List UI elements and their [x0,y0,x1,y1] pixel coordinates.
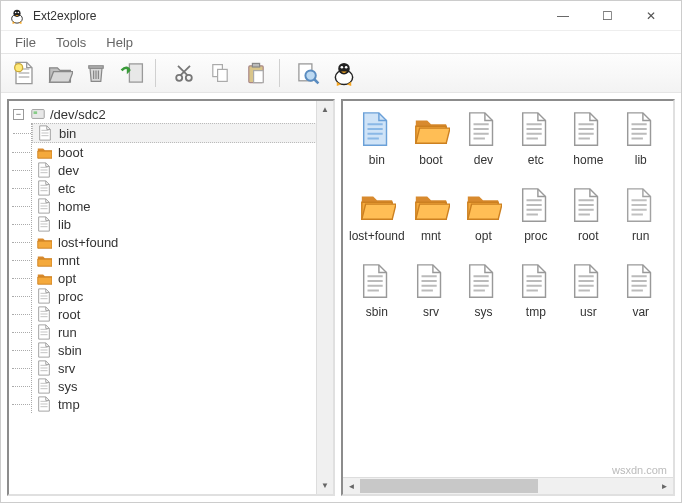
menu-help[interactable]: Help [98,33,141,52]
tree-item[interactable]: lib [32,215,331,233]
about-button[interactable] [327,56,361,90]
svg-rect-8 [129,64,142,82]
tree-vertical-scrollbar[interactable]: ▲ ▼ [316,101,333,494]
icon-grid[interactable]: binbootdevetchomeliblost+foundmntoptproc… [343,101,673,477]
grid-item[interactable]: boot [405,109,457,183]
grid-item[interactable]: usr [562,261,614,335]
file-icon [36,162,52,178]
delete-button[interactable] [79,56,113,90]
tree-item[interactable]: etc [32,179,331,197]
grid-item[interactable]: etc [510,109,562,183]
menu-tools[interactable]: Tools [48,33,94,52]
grid-item-label: tmp [526,305,546,319]
tree-item[interactable]: dev [32,161,331,179]
minimize-button[interactable]: — [541,1,585,31]
file-icon [36,378,52,394]
scroll-up-arrow-icon[interactable]: ▲ [317,101,333,118]
tree-item[interactable]: tmp [32,395,331,413]
grid-item[interactable]: bin [349,109,405,183]
svg-rect-15 [254,71,264,83]
grid-item[interactable]: proc [510,185,562,259]
grid-item-label: sys [474,305,492,319]
scroll-left-arrow-icon[interactable]: ◄ [343,478,360,494]
grid-item[interactable]: home [562,109,614,183]
grid-horizontal-scrollbar[interactable]: ◄ ► [343,477,673,494]
folder-icon [357,185,397,227]
file-icon [36,198,52,214]
grid-item[interactable]: srv [405,261,457,335]
grid-item[interactable]: dev [457,109,509,183]
tree-item[interactable]: lost+found [32,233,331,251]
collapse-icon[interactable]: − [13,109,24,120]
scroll-right-arrow-icon[interactable]: ► [656,478,673,494]
grid-item[interactable]: sys [457,261,509,335]
tree-item[interactable]: opt [32,269,331,287]
svg-rect-14 [252,63,259,67]
grid-item-label: usr [580,305,597,319]
tree-item[interactable]: bin [32,123,331,143]
tree-item-label: lib [58,217,71,232]
grid-item[interactable]: lost+found [349,185,405,259]
tree-item-label: proc [58,289,83,304]
tux-icon [9,8,25,24]
svg-point-17 [305,70,315,80]
grid-item-label: etc [528,153,544,167]
tree-item[interactable]: sys [32,377,331,395]
directory-tree[interactable]: − /dev/sdc2 binbootdevetchomeliblost+fou… [9,101,333,494]
scroll-track[interactable] [317,118,333,477]
scroll-thumb[interactable] [360,479,538,493]
file-icon [36,342,52,358]
tree-item[interactable]: run [32,323,331,341]
tree-root[interactable]: − /dev/sdc2 [11,105,331,123]
file-icon [621,109,661,151]
maximize-button[interactable]: ☐ [585,1,629,31]
tree-item[interactable]: root [32,305,331,323]
grid-item[interactable]: root [562,185,614,259]
file-icon [36,288,52,304]
tree-item[interactable]: boot [32,143,331,161]
toolbar [1,53,681,93]
scissors-icon [172,61,196,85]
grid-item[interactable]: mnt [405,185,457,259]
file-icon [36,396,52,412]
grid-item[interactable]: opt [457,185,509,259]
tree-item-label: tmp [58,397,80,412]
grid-item[interactable]: sbin [349,261,405,335]
tree-item[interactable]: mnt [32,251,331,269]
tree-item[interactable]: home [32,197,331,215]
folder-icon [36,252,52,268]
cut-button[interactable] [167,56,201,90]
tree-item[interactable]: proc [32,287,331,305]
open-button[interactable] [43,56,77,90]
copy-button[interactable] [203,56,237,90]
paste-icon [244,61,268,85]
file-icon [568,261,608,303]
tree-pane: − /dev/sdc2 binbootdevetchomeliblost+fou… [7,99,335,496]
tree-item[interactable]: sbin [32,341,331,359]
grid-item[interactable]: var [615,261,667,335]
new-button[interactable] [7,56,41,90]
scroll-down-arrow-icon[interactable]: ▼ [317,477,333,494]
paste-button[interactable] [239,56,273,90]
grid-item-label: home [573,153,603,167]
import-button[interactable] [115,56,149,90]
grid-item[interactable]: tmp [510,261,562,335]
folder-icon [36,144,52,160]
grid-item-label: run [632,229,649,243]
grid-item-label: var [632,305,649,319]
file-icon [37,125,53,141]
folder-icon [411,185,451,227]
search-button[interactable] [291,56,325,90]
file-icon [357,109,397,151]
grid-item[interactable]: run [615,185,667,259]
file-icon [36,306,52,322]
close-button[interactable]: ✕ [629,1,673,31]
menu-file[interactable]: File [7,33,44,52]
tree-item-label: lost+found [58,235,118,250]
grid-item[interactable]: lib [615,109,667,183]
grid-item-label: root [578,229,599,243]
grid-item-label: bin [369,153,385,167]
file-icon [516,185,556,227]
scroll-track[interactable] [360,478,656,494]
tree-item[interactable]: srv [32,359,331,377]
